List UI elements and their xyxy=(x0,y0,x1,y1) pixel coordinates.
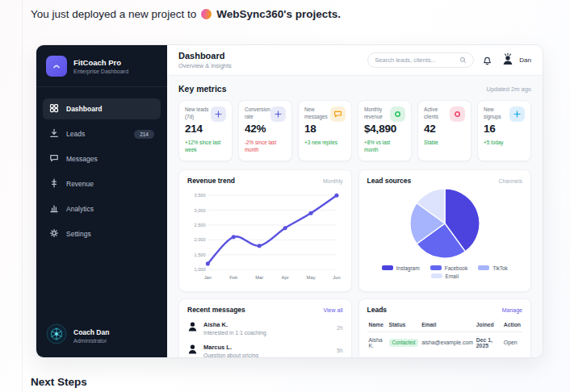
leads-column-name: Name xyxy=(367,318,388,332)
user-menu[interactable]: Dan xyxy=(501,52,531,69)
lead-sources-pie-chart: InstagramFacebookTikTokEmail xyxy=(367,185,523,279)
leads-count-badge: 214 xyxy=(134,130,154,139)
recent-messages-card: Recent messages View all Aisha K.Interes… xyxy=(178,298,352,358)
plus-icon xyxy=(270,106,286,122)
person-avatar-icon xyxy=(501,52,515,69)
page-left-divider xyxy=(22,0,23,392)
message-sender: Marcus L. xyxy=(203,344,258,351)
metric-card: Monthly revenue$4,890+8% vs last month xyxy=(358,100,412,161)
metric-cards: New leads (7d)214+12% since last weekCon… xyxy=(178,100,531,161)
sidebar-item-leads[interactable]: Leads214 xyxy=(43,123,161,144)
download-icon xyxy=(49,128,59,140)
message-row[interactable]: Marcus L.Question about pricing5h xyxy=(187,340,343,358)
view-all-link[interactable]: View all xyxy=(324,307,343,313)
chat-icon xyxy=(49,153,59,165)
metric-delta: +3 new replies xyxy=(304,140,346,147)
svg-text:3,000: 3,000 xyxy=(194,207,205,212)
metric-value: 42% xyxy=(245,123,286,135)
person-silhouette-icon xyxy=(187,344,198,358)
metric-value: 214 xyxy=(185,123,226,135)
message-row[interactable]: Aisha K.Interested in 1:1 coaching2h xyxy=(187,317,343,340)
lead-name: Aisha K. xyxy=(367,332,388,353)
gear-icon xyxy=(49,228,59,240)
leads-card: Leads Manage NameStatusEmailJoinedAction… xyxy=(358,298,532,358)
message-preview: Interested in 1:1 coaching xyxy=(203,330,266,336)
main-area: Dashboard Overview & insights xyxy=(167,45,543,357)
person-silhouette-icon xyxy=(187,321,198,336)
leads-table: NameStatusEmailJoinedAction Aisha K.Cont… xyxy=(367,318,523,353)
message-sender: Aisha K. xyxy=(203,321,266,328)
sidebar-item-revenue[interactable]: Revenue xyxy=(43,173,161,194)
sidebar-item-analytics[interactable]: Analytics xyxy=(43,198,161,219)
metric-card: New leads (7d)214+12% since last week xyxy=(178,100,233,161)
bell-icon[interactable] xyxy=(482,55,492,65)
metric-delta: -2% since last month xyxy=(245,140,286,154)
sidebar-user-name: Coach Dan xyxy=(73,328,109,336)
legend-item-instagram: Instagram xyxy=(382,265,420,271)
revenue-trend-card: Revenue trend Monthly 1,0001,5002,0002,5… xyxy=(178,169,352,292)
lead-open-action[interactable]: Open xyxy=(502,332,522,353)
metric-delta: +12% since last week xyxy=(185,140,226,154)
message-time: 2h xyxy=(337,325,342,331)
messages-list: Aisha K.Interested in 1:1 coaching2hMarc… xyxy=(187,317,343,358)
metric-delta: +8% vs last month xyxy=(364,140,405,154)
legend-label: TikTok xyxy=(492,265,508,271)
lead-sources-title: Lead sources xyxy=(367,177,412,185)
deploy-banner: You just deployed a new project to WebSy… xyxy=(31,8,341,20)
lead-joined: Dec 1, 2025 xyxy=(475,332,502,353)
leads-column-status: Status xyxy=(388,318,421,332)
table-row: Aisha K.Contactedaisha@example.comDec 1,… xyxy=(367,332,523,353)
metric-delta: +5 today xyxy=(484,140,525,147)
legend-item-tiktok: TikTok xyxy=(478,265,508,271)
legend-label: Email xyxy=(446,273,459,279)
grid-icon xyxy=(49,103,59,115)
lead-email: aisha@example.com xyxy=(420,332,475,353)
leads-column-joined: Joined xyxy=(475,318,502,332)
sidebar-item-dashboard[interactable]: Dashboard xyxy=(43,98,161,119)
message-preview: Question about pricing xyxy=(203,352,258,358)
sidebar-nav: DashboardLeads214MessagesRevenueAnalytic… xyxy=(36,87,167,314)
sidebar-user[interactable]: Coach Dan Administrator xyxy=(36,314,167,357)
chat-bubble-icon xyxy=(330,106,346,122)
message-time: 5h xyxy=(337,348,342,353)
lead-sources-period: Channels xyxy=(498,178,522,184)
sidebar-item-label: Analytics xyxy=(66,205,94,213)
globe-avatar-icon xyxy=(46,323,67,348)
recent-messages-title: Recent messages xyxy=(187,306,245,314)
metric-delta: Stable xyxy=(424,140,465,147)
metric-card: New signups16+5 today xyxy=(477,100,531,161)
ring-icon xyxy=(390,106,405,122)
legend-label: Instagram xyxy=(396,265,420,271)
sidebar-item-label: Messages xyxy=(66,155,98,163)
legend-label: Facebook xyxy=(445,265,468,271)
sidebar-user-role: Administrator xyxy=(73,338,109,344)
metric-value: 18 xyxy=(304,123,346,135)
next-steps-heading: Next Steps xyxy=(31,376,87,388)
page-title: Dashboard xyxy=(178,51,232,60)
plus-icon xyxy=(211,106,226,122)
sidebar-item-messages[interactable]: Messages xyxy=(43,148,161,169)
legend-swatch xyxy=(430,265,442,270)
legend-item-email: Email xyxy=(431,273,459,279)
svg-text:2,500: 2,500 xyxy=(194,223,205,227)
dashboard-window: FitCoach Pro Enterprise Dashboard Dashbo… xyxy=(36,44,543,358)
sliders-icon xyxy=(49,178,59,190)
svg-text:2,000: 2,000 xyxy=(194,237,205,242)
search-input[interactable] xyxy=(375,56,456,64)
sidebar-item-label: Revenue xyxy=(66,180,94,188)
sidebar-item-label: Settings xyxy=(66,230,91,238)
sidebar-item-settings[interactable]: Settings xyxy=(43,223,161,244)
svg-text:3,500: 3,500 xyxy=(194,193,205,198)
svg-text:1,000: 1,000 xyxy=(194,267,205,272)
metric-card: Conversion rate42%-2% since last month xyxy=(238,100,292,161)
plus-icon xyxy=(509,106,525,122)
sidebar-item-label: Leads xyxy=(66,130,85,138)
legend-swatch xyxy=(431,273,442,278)
leads-column-email: Email xyxy=(420,318,475,332)
manage-link[interactable]: Manage xyxy=(502,307,522,313)
user-menu-name: Dan xyxy=(519,56,531,64)
sidebar-item-label: Dashboard xyxy=(66,105,102,113)
dashboard-content: Key metrics Updated 2m ago New leads (7d… xyxy=(167,76,543,358)
ring-icon xyxy=(450,106,465,122)
metric-value: $4,890 xyxy=(364,123,405,135)
